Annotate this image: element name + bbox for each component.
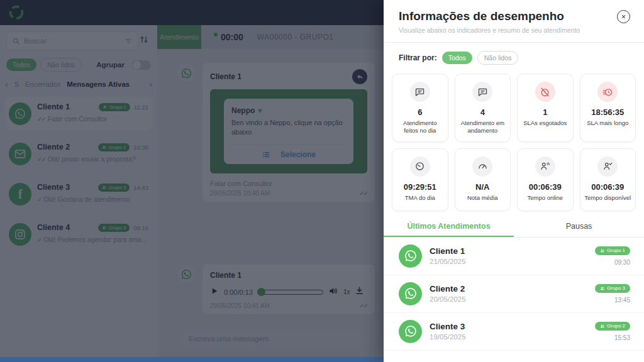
whatsapp-icon [399, 320, 422, 343]
metric-card-atendimentos-dia: 6 Atendimento feitos no dia [392, 74, 448, 142]
person-sound-icon [535, 156, 555, 177]
recent-client-name: Cliente 1 [430, 246, 587, 256]
group-badge: Grupo 3 [595, 284, 630, 293]
metric-label: TMA do dia [395, 194, 445, 202]
metric-label: SLAs esgotados [520, 119, 570, 127]
modal-dim-overlay[interactable] [0, 0, 384, 362]
metric-label: SLA mais longo [583, 119, 633, 127]
metric-card-tempo-disponivel: 00:06:39 Tempo disponível [580, 148, 636, 211]
tab-pausas[interactable]: Pausas [514, 222, 644, 237]
users-icon [600, 324, 605, 329]
metric-value: 09:29:51 [395, 182, 445, 192]
recent-item-2[interactable]: Cliente 2 20/05/2025 Grupo 3 13:45 [384, 275, 644, 313]
recent-client-name: Cliente 2 [430, 284, 587, 293]
metric-card-tma-dia: 09:29:51 TMA do dia [392, 148, 448, 211]
panel-subtitle: Visualize abaixo os indicadores e resumo… [399, 26, 630, 34]
close-button[interactable]: × [617, 10, 630, 23]
gauge-clock-icon [410, 156, 430, 177]
group-badge: Grupo 1 [595, 246, 630, 255]
metric-cards-grid: 6 Atendimento feitos no dia 4 Atendiment… [384, 65, 644, 211]
metric-card-tempo-online: 00:06:39 Tempo online [517, 148, 574, 211]
metric-value: 00:06:39 [520, 182, 570, 192]
metric-label: Atendimento em andamento [458, 119, 508, 135]
recent-client-date: 19/05/2025 [430, 333, 587, 341]
metric-card-nota-media: N/A Nota média [455, 148, 511, 211]
metric-card-sla-mais-longo: 18:56:35 SLA mais longo [580, 74, 636, 142]
app-root: Todos Não lidos Agrupar ‹ S Encerrados M… [0, 0, 644, 362]
recent-client-date: 20/05/2025 [430, 295, 587, 303]
metric-label: Nota média [458, 194, 508, 202]
timer-rush-icon [597, 82, 618, 102]
users-icon [600, 286, 605, 291]
metric-value: 6 [395, 107, 445, 117]
recent-time: 15:53 [614, 334, 630, 341]
recent-item-1[interactable]: Cliente 1 21/05/2025 Grupo 1 09:30 [384, 238, 644, 275]
person-check-icon [597, 156, 618, 177]
recent-client-date: 21/05/2025 [430, 258, 587, 265]
recent-time: 09:30 [614, 259, 630, 266]
close-icon: × [621, 13, 626, 21]
metric-card-em-andamento: 4 Atendimento em andamento [455, 74, 511, 142]
gauge-icon [472, 156, 492, 177]
tab-ultimos-atendimentos[interactable]: Últimos Atendimentos [384, 222, 514, 237]
panel-filter-all-button[interactable]: Todos [442, 52, 472, 64]
metric-value: 00:06:39 [583, 182, 633, 192]
alarm-off-icon [535, 82, 555, 102]
metric-label: Tempo online [520, 194, 570, 202]
metric-value: 18:56:35 [583, 107, 633, 117]
metric-card-slas-esgotados: 1 SLAs esgotados [517, 74, 574, 142]
group-badge: Grupo 2 [595, 322, 630, 331]
performance-panel: Informações de desempenho Visualize abai… [384, 0, 644, 362]
recent-attendance-list: Cliente 1 21/05/2025 Grupo 1 09:30 Clien… [384, 238, 644, 351]
recent-item-3[interactable]: Cliente 3 19/05/2025 Grupo 2 15:53 [384, 313, 644, 351]
recent-client-name: Cliente 3 [430, 322, 587, 331]
whatsapp-icon [399, 282, 422, 305]
metric-label: Atendimento feitos no dia [395, 119, 445, 135]
panel-filter-row: Filtrar por: Todos Não lidos [384, 43, 644, 65]
recent-time: 13:45 [614, 297, 630, 304]
metric-label: Tempo disponível [583, 194, 633, 202]
panel-filter-unread-button[interactable]: Não lidos [477, 51, 519, 65]
metric-value: N/A [458, 182, 508, 192]
filter-label: Filtrar por: [399, 53, 437, 62]
whatsapp-icon [399, 244, 422, 268]
metric-value: 1 [520, 107, 570, 117]
users-icon [600, 248, 605, 253]
chat-lines-icon [472, 82, 492, 102]
bottom-blue-bar [0, 357, 384, 362]
panel-title: Informações de desempenho [399, 9, 630, 23]
chat-bubble-icon [410, 82, 430, 102]
metric-value: 4 [458, 107, 508, 117]
